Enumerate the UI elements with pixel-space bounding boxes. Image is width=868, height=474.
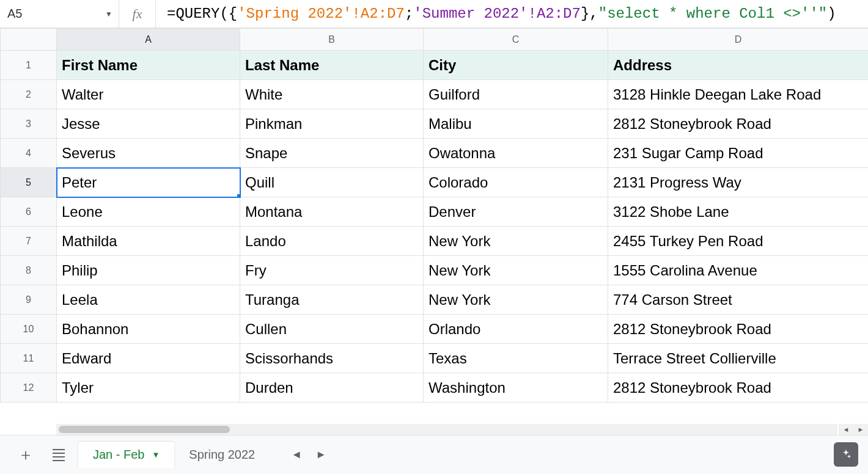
cell[interactable]: Colorado bbox=[424, 168, 608, 197]
row-header[interactable]: 9 bbox=[1, 285, 57, 315]
cell[interactable]: 3122 Shobe Lane bbox=[608, 197, 869, 227]
table-row: 7 Mathilda Lando New York 2455 Turkey Pe… bbox=[1, 227, 869, 256]
cell[interactable]: 2812 Stoneybrook Road bbox=[608, 373, 869, 403]
formula-range1: 'Spring 2022'!A2:D7 bbox=[237, 5, 405, 22]
cell[interactable]: 2812 Stoneybrook Road bbox=[608, 315, 869, 344]
sheet-tab-label: Spring 2022 bbox=[189, 448, 255, 462]
table-row: 9 Leela Turanga New York 774 Carson Stre… bbox=[1, 285, 869, 315]
formula-text: =QUERY({ bbox=[167, 5, 237, 22]
selected-cell[interactable]: Peter bbox=[57, 168, 240, 197]
cell[interactable]: 231 Sugar Camp Road bbox=[608, 139, 869, 168]
sheet-tab-active[interactable]: Jan - Feb ▼ bbox=[78, 442, 174, 469]
row-header[interactable]: 11 bbox=[1, 344, 57, 373]
cell[interactable]: 3128 Hinkle Deegan Lake Road bbox=[608, 80, 869, 109]
formula-range2: 'Summer 2022'!A2:D7 bbox=[413, 5, 581, 22]
all-sheets-button[interactable] bbox=[45, 442, 72, 469]
cell[interactable]: City bbox=[424, 51, 608, 80]
formula-suffix: ) bbox=[827, 5, 836, 22]
cell[interactable]: Severus bbox=[57, 139, 240, 168]
column-header-row: A B C D bbox=[1, 29, 869, 51]
select-all-corner[interactable] bbox=[1, 29, 57, 51]
cell[interactable]: Cullen bbox=[240, 315, 424, 344]
tab-prev-icon[interactable]: ◄ bbox=[284, 448, 309, 461]
cell[interactable]: 2455 Turkey Pen Road bbox=[608, 227, 869, 256]
row-header[interactable]: 6 bbox=[1, 197, 57, 227]
cell[interactable]: Denver bbox=[424, 197, 608, 227]
cell[interactable]: New York bbox=[424, 256, 608, 285]
cell[interactable]: Lando bbox=[240, 227, 424, 256]
cell-reference: A5 bbox=[7, 7, 22, 21]
cell[interactable]: Jesse bbox=[57, 109, 240, 139]
scroll-right-icon[interactable]: ► bbox=[858, 426, 864, 433]
cell[interactable]: Mathilda bbox=[57, 227, 240, 256]
cell[interactable]: New York bbox=[424, 227, 608, 256]
column-header-c[interactable]: C bbox=[424, 29, 608, 51]
row-header[interactable]: 5 bbox=[1, 168, 57, 197]
row-header[interactable]: 3 bbox=[1, 109, 57, 139]
cell[interactable]: 2131 Progress Way bbox=[608, 168, 869, 197]
table-row: 11 Edward Scissorhands Texas Terrace Str… bbox=[1, 344, 869, 373]
menu-icon bbox=[53, 447, 65, 464]
scrollbar-thumb[interactable] bbox=[59, 426, 230, 433]
column-header-b[interactable]: B bbox=[240, 29, 424, 51]
tab-next-icon[interactable]: ► bbox=[309, 448, 333, 461]
cell[interactable]: Malibu bbox=[424, 109, 608, 139]
table-row: 8 Philip Fry New York 1555 Carolina Aven… bbox=[1, 256, 869, 285]
cell[interactable]: 1555 Carolina Avenue bbox=[608, 256, 869, 285]
cell[interactable]: Owatonna bbox=[424, 139, 608, 168]
horizontal-scrollbar[interactable] bbox=[56, 424, 837, 435]
cell[interactable]: Pinkman bbox=[240, 109, 424, 139]
column-header-a[interactable]: A bbox=[57, 29, 240, 51]
add-sheet-button[interactable]: ＋ bbox=[12, 442, 39, 469]
chevron-down-icon[interactable]: ▼ bbox=[105, 10, 112, 18]
chevron-down-icon[interactable]: ▼ bbox=[152, 450, 160, 459]
sheet-tab[interactable]: Spring 2022 bbox=[174, 442, 270, 469]
cell[interactable]: Walter bbox=[57, 80, 240, 109]
sheet-tab-label: Jan - Feb bbox=[93, 448, 144, 462]
cell[interactable]: Texas bbox=[424, 344, 608, 373]
cell[interactable]: Fry bbox=[240, 256, 424, 285]
table-row: 4 Severus Snape Owatonna 231 Sugar Camp … bbox=[1, 139, 869, 168]
cell[interactable]: Quill bbox=[240, 168, 424, 197]
row-header[interactable]: 7 bbox=[1, 227, 57, 256]
cell[interactable]: Last Name bbox=[240, 51, 424, 80]
row-header[interactable]: 12 bbox=[1, 373, 57, 403]
cell[interactable]: Tyler bbox=[57, 373, 240, 403]
cell[interactable]: Durden bbox=[240, 373, 424, 403]
cell-value: Peter bbox=[62, 174, 97, 191]
fx-icon: fx bbox=[119, 0, 156, 27]
row-header[interactable]: 1 bbox=[1, 51, 57, 80]
cell[interactable]: Washington bbox=[424, 373, 608, 403]
table-row: 6 Leone Montana Denver 3122 Shobe Lane bbox=[1, 197, 869, 227]
fill-handle[interactable] bbox=[237, 194, 240, 197]
row-header[interactable]: 2 bbox=[1, 80, 57, 109]
cell[interactable]: White bbox=[240, 80, 424, 109]
cell[interactable]: Leela bbox=[57, 285, 240, 315]
cell[interactable]: Montana bbox=[240, 197, 424, 227]
cell[interactable]: Leone bbox=[57, 197, 240, 227]
explore-button[interactable] bbox=[834, 442, 858, 467]
cell[interactable]: Address bbox=[608, 51, 869, 80]
formula-input[interactable]: =QUERY({'Spring 2022'!A2:D7;'Summer 2022… bbox=[156, 5, 868, 22]
cell[interactable]: Snape bbox=[240, 139, 424, 168]
column-header-d[interactable]: D bbox=[608, 29, 869, 51]
name-box[interactable]: A5 ▼ bbox=[0, 0, 119, 28]
row-header[interactable]: 4 bbox=[1, 139, 57, 168]
cell[interactable]: Guilford bbox=[424, 80, 608, 109]
cell[interactable]: Turanga bbox=[240, 285, 424, 315]
scroll-left-icon[interactable]: ◄ bbox=[843, 426, 850, 433]
row-header[interactable]: 10 bbox=[1, 315, 57, 344]
cell[interactable]: Edward bbox=[57, 344, 240, 373]
cell[interactable]: 2812 Stoneybrook Road bbox=[608, 109, 869, 139]
cell[interactable]: Bohannon bbox=[57, 315, 240, 344]
cell[interactable]: Scissorhands bbox=[240, 344, 424, 373]
scroll-nav: ◄ ► bbox=[839, 424, 868, 435]
cell[interactable]: First Name bbox=[57, 51, 240, 80]
formula-clause: "select * where Col1 <>''" bbox=[598, 5, 827, 22]
row-header[interactable]: 8 bbox=[1, 256, 57, 285]
cell[interactable]: Orlando bbox=[424, 315, 608, 344]
cell[interactable]: Philip bbox=[57, 256, 240, 285]
cell[interactable]: Terrace Street Collierville bbox=[608, 344, 869, 373]
cell[interactable]: 774 Carson Street bbox=[608, 285, 869, 315]
cell[interactable]: New York bbox=[424, 285, 608, 315]
